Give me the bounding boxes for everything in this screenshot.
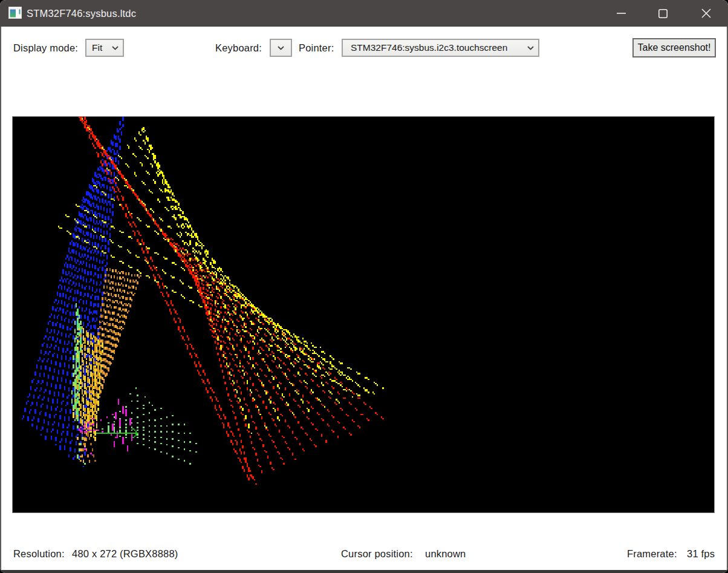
cursor-position-label: Cursor position:: [341, 548, 413, 560]
minimize-icon: [617, 13, 626, 14]
app-window: STM32F746:sysbus.ltdc Display mode: Fit …: [0, 0, 728, 573]
window-border-bottom: [0, 570, 728, 573]
chevron-down-icon: [112, 46, 119, 50]
display-mode-select[interactable]: Fit: [85, 39, 124, 57]
keyboard-select[interactable]: [270, 39, 292, 57]
display-mode-label: Display mode:: [13, 42, 78, 54]
close-icon: [701, 8, 711, 18]
framerate-value: 31 fps: [687, 548, 715, 560]
maximize-button[interactable]: [649, 0, 677, 27]
keyboard-label: Keyboard:: [215, 42, 262, 54]
pointer-value: STM32F746:sysbus.i2c3.touchscreen: [343, 42, 507, 53]
framebuffer-canvas[interactable]: [13, 117, 714, 512]
chevron-down-icon: [278, 46, 284, 50]
framerate-label: Framerate:: [627, 548, 677, 560]
pointer-select[interactable]: STM32F746:sysbus.i2c3.touchscreen: [342, 39, 539, 57]
window-border-left: [0, 27, 1, 573]
framebuffer-panel: [12, 116, 715, 513]
pointer-label: Pointer:: [299, 42, 334, 54]
window-title: STM32F746:sysbus.ltdc: [27, 0, 136, 27]
take-screenshot-button[interactable]: Take screenshot!: [632, 38, 716, 57]
display-mode-value: Fit: [86, 42, 102, 53]
resolution-value: 480 x 272 (RGBX8888): [72, 548, 178, 560]
resolution-label: Resolution:: [13, 548, 65, 560]
titlebar[interactable]: STM32F746:sysbus.ltdc: [0, 0, 728, 27]
app-icon: [8, 7, 22, 19]
chevron-down-icon: [527, 46, 534, 50]
cursor-position-value: unknown: [425, 548, 466, 560]
maximize-icon: [658, 9, 668, 18]
app-icon-image: [8, 7, 22, 19]
minimize-button[interactable]: [607, 0, 635, 27]
close-button[interactable]: [692, 0, 720, 27]
